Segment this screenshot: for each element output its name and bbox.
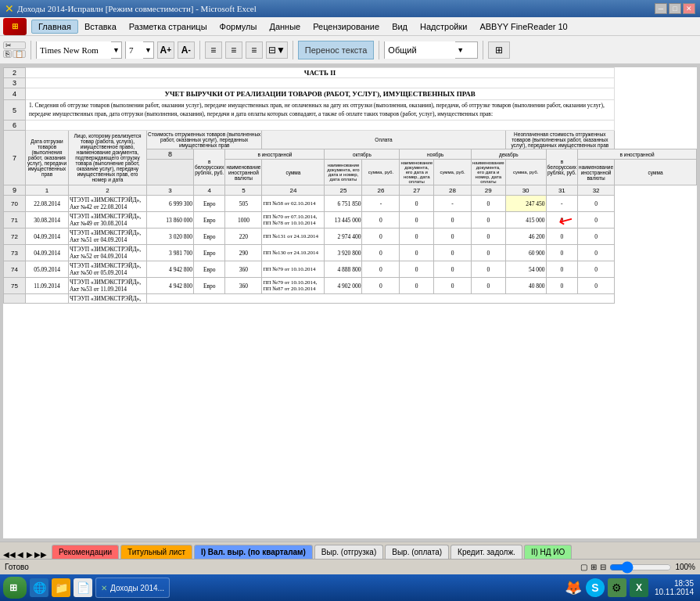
font-size-dropdown-icon[interactable]: ▼ <box>143 46 153 54</box>
taskbar-excel-item[interactable]: ✕Доходы 2014... <box>95 578 170 598</box>
tab-quarterly-revenue[interactable]: I) Вал. выр. (по кварталам) <box>194 545 313 559</box>
sheet-tabs: ◀◀ ◀ ▶ ▶▶ Рекомендации Титульный лист I)… <box>0 542 700 559</box>
tab-recommendations[interactable]: Рекомендации <box>52 545 119 559</box>
align-right-btn[interactable]: ≡ <box>246 41 263 59</box>
conditional-format-btn[interactable]: ⊞ <box>488 41 510 59</box>
close-btn[interactable]: ✕ <box>683 3 695 14</box>
tab-nd-io[interactable]: II) НД ИО <box>524 545 572 559</box>
section-title: УЧЕТ ВЫРУЧКИ ОТ РЕАЛИЗАЦИИ ТОВАРОВ (РАБО… <box>164 90 475 98</box>
font-name-dropdown-icon[interactable]: ▼ <box>111 46 121 54</box>
font-size-input[interactable] <box>126 41 143 59</box>
copy-button[interactable]: ⎘ <box>3 50 12 58</box>
decrease-font-btn[interactable]: A- <box>178 41 195 59</box>
number-format-dropdown[interactable]: ▼ <box>455 46 465 54</box>
zoom-level: 100% <box>675 563 695 571</box>
align-left-btn[interactable]: ≡ <box>205 41 222 59</box>
menu-insert[interactable]: Вставка <box>78 20 123 33</box>
menu-home[interactable]: Главная <box>31 20 78 34</box>
taskbar-folder-icon[interactable]: 📁 <box>52 578 70 597</box>
menu-abbyy[interactable]: ABBYY FineReader 10 <box>473 20 573 33</box>
minimize-btn[interactable]: ─ <box>655 3 667 14</box>
view-page-break-btn[interactable]: ⊟ <box>600 563 606 571</box>
menu-bar: ⊞ Главная Вставка Разметка страницы Форм… <box>0 17 700 36</box>
tab-nav-last[interactable]: ▶▶ <box>34 550 47 559</box>
increase-font-btn[interactable]: A+ <box>157 41 174 59</box>
tab-payment-revenue[interactable]: Выр. (оплата) <box>385 545 449 559</box>
taskbar-firefox-icon[interactable]: 🦊 <box>564 578 583 597</box>
office-button[interactable]: ⊞ <box>3 18 27 35</box>
start-button[interactable]: ⊞ <box>3 577 27 599</box>
clock: 18:35 10.11.2014 <box>652 579 697 596</box>
menu-page-layout[interactable]: Разметка страницы <box>123 20 214 33</box>
align-center-btn[interactable]: ≡ <box>225 41 242 59</box>
part-title: ЧАСТЬ II <box>304 69 336 77</box>
tab-credit-debt[interactable]: Кредит. задолж. <box>451 545 522 559</box>
toolbar: ✂ ⎘ 📋 ▼ ▼ A+ A- ≡ ≡ ≡ ⊟▼ Перенос текста … <box>0 36 700 64</box>
wrap-text-btn[interactable]: Перенос текста <box>298 41 375 59</box>
paste-button[interactable]: 📋 <box>13 50 26 58</box>
paragraph-text: 1. Сведения об отгрузке товаров (выполне… <box>29 102 605 117</box>
tab-title-page[interactable]: Титульный лист <box>120 545 192 559</box>
tab-nav-first[interactable]: ◀◀ <box>3 550 16 559</box>
status-bar: Готово ▢ ⊞ ⊟ 100% <box>0 559 700 574</box>
menu-review[interactable]: Рецензирование <box>307 20 386 33</box>
view-layout-btn[interactable]: ⊞ <box>591 563 597 571</box>
menu-view[interactable]: Вид <box>386 20 414 33</box>
tab-nav-prev[interactable]: ◀ <box>17 550 23 559</box>
title-text: Доходы 2014-Исправлн [Режим совместимост… <box>17 4 257 13</box>
taskbar-ie-icon[interactable]: 🌐 <box>30 578 48 597</box>
title-bar: ✕ Доходы 2014-Исправлн [Режим совместимо… <box>0 0 700 17</box>
status-text: Готово <box>5 563 29 571</box>
tab-nav-next[interactable]: ▶ <box>27 550 33 559</box>
taskbar-excel2-icon[interactable]: X <box>630 578 648 597</box>
menu-data[interactable]: Данные <box>263 20 307 33</box>
tab-shipment-revenue[interactable]: Выр. (отгрузка) <box>314 545 383 559</box>
number-format-input[interactable] <box>385 41 455 59</box>
zoom-slider[interactable] <box>609 563 672 572</box>
view-normal-btn[interactable]: ▢ <box>580 563 587 571</box>
merge-btn[interactable]: ⊟▼ <box>266 41 288 59</box>
taskbar-files-icon[interactable]: 📄 <box>74 578 92 597</box>
menu-addins[interactable]: Надстройки <box>414 20 473 33</box>
taskbar: ⊞ 🌐 📁 📄 ✕Доходы 2014... 🦊 S ⚙ X 18:35 10… <box>0 574 700 601</box>
taskbar-app1-icon[interactable]: ⚙ <box>608 578 626 597</box>
font-name-input[interactable] <box>37 41 111 59</box>
menu-formulas[interactable]: Формулы <box>214 20 264 33</box>
taskbar-skype-icon[interactable]: S <box>586 578 605 597</box>
restore-btn[interactable]: □ <box>669 3 681 14</box>
cut-button[interactable]: ✂ <box>3 41 26 49</box>
